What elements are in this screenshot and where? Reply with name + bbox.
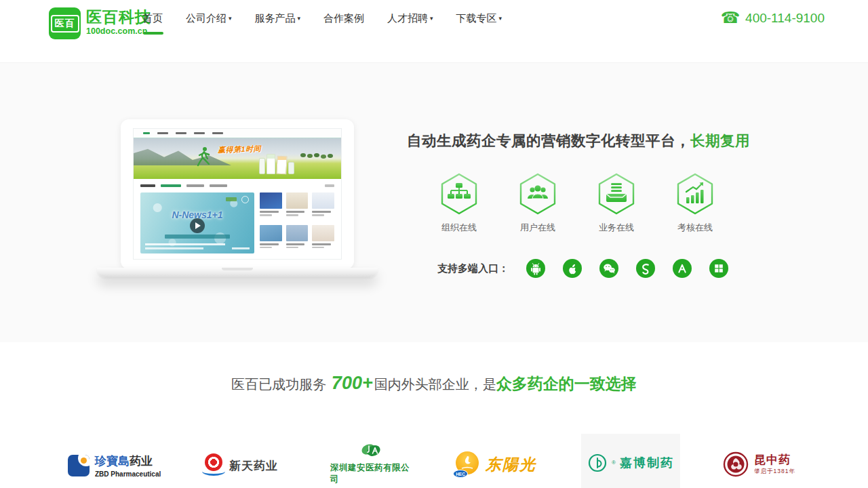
client-slogan: 肇启于1381年 — [754, 468, 795, 474]
hero-title-accent: 长期复用 — [690, 133, 750, 149]
more-link-bar — [325, 184, 334, 187]
wechat-icon[interactable] — [599, 259, 618, 278]
product-bottle — [288, 162, 294, 174]
client-logo-xintian[interactable]: 新天药业 — [203, 445, 278, 486]
feature-business-online: 业务在线 — [577, 173, 656, 234]
wechat-miniprogram-icon[interactable] — [636, 259, 655, 278]
banner-mountains — [134, 147, 231, 165]
article-card[interactable] — [312, 192, 334, 222]
article-card[interactable] — [260, 225, 282, 254]
article-card[interactable] — [312, 225, 334, 254]
headline-accent: 众多药企的一致选择 — [496, 375, 637, 392]
banner-products — [259, 154, 294, 174]
nav-item-label: 服务产品 — [255, 12, 296, 24]
multi-entry-row: 支持多端入口： — [437, 259, 728, 278]
text-bar — [145, 243, 225, 245]
chevron-down-icon: ▾ — [229, 15, 232, 22]
article-card[interactable] — [260, 192, 282, 222]
feature-label: 用户在线 — [520, 222, 555, 234]
mini-site-nav — [134, 129, 341, 138]
hero-title: 自动生成药企专属的营销数字化转型平台，长期复用 — [407, 131, 750, 150]
text-bar — [157, 132, 168, 134]
feature-list: 组织在线 用户在线 — [420, 173, 734, 234]
client-name: 深圳建安医药有限公司 — [330, 462, 412, 485]
nav-item-home[interactable]: 首页 — [142, 12, 163, 29]
jiabo-logo-icon — [587, 453, 608, 473]
text-bar — [194, 132, 205, 134]
client-logo-hec[interactable]: HEC 东陽光 — [456, 444, 536, 485]
client-logo-jiabo[interactable]: ® 嘉博制药 — [581, 434, 680, 488]
contact-phone[interactable]: ☎ 400-114-9100 — [720, 10, 825, 26]
video-card[interactable]: N-News1+1 — [140, 192, 254, 253]
article-grid — [260, 192, 334, 253]
chevron-down-icon: ▾ — [499, 15, 502, 22]
windows-icon[interactable] — [709, 259, 728, 278]
clients-section: 医百已成功服务 700+国内外头部企业，是众多药企的一致选择 珍寶島药业 ZBD… — [0, 342, 868, 488]
text-bar — [145, 247, 203, 249]
mini-section-header — [140, 182, 334, 189]
nav-item-downloads[interactable]: 下载专区▾ — [456, 12, 502, 29]
client-logo-zbd[interactable]: 珍寶島药业 ZBD Pharmaceutical — [68, 445, 161, 486]
text-bar — [140, 184, 155, 187]
brand-name: 医百科技 — [86, 9, 151, 26]
product-box — [276, 156, 287, 175]
text-bar — [165, 235, 230, 239]
apple-icon[interactable] — [563, 259, 582, 278]
nav-item-careers[interactable]: 人才招聘▾ — [387, 12, 433, 29]
phone-icon: ☎ — [720, 10, 740, 26]
xintian-logo-icon — [203, 453, 224, 478]
nav-item-cases[interactable]: 合作案例 — [323, 12, 364, 29]
appstore-icon[interactable] — [673, 259, 692, 278]
brand-logo[interactable]: 医百 医百科技 100doc.com.cn — [49, 7, 151, 39]
hec-logo-icon: HEC — [456, 451, 480, 477]
client-name: 昆中药 — [754, 454, 795, 467]
client-name: 珍寶島 — [95, 455, 130, 468]
nav-item-label: 首页 — [142, 12, 163, 24]
feature-users-online: 用户在线 — [498, 173, 577, 234]
play-button-icon[interactable] — [190, 218, 205, 233]
text-bar — [210, 184, 227, 187]
entry-icons — [526, 259, 728, 278]
hec-badge: HEC — [453, 470, 468, 478]
feature-label: 业务在线 — [599, 222, 634, 234]
mini-section-header — [140, 258, 334, 260]
mini-main-row: N-News1+1 — [140, 192, 334, 253]
text-bar — [176, 132, 186, 134]
org-structure-icon — [440, 173, 478, 215]
text-bar — [161, 184, 181, 187]
clients-headline: 医百已成功服务 700+国内外头部企业，是众多药企的一致选择 — [0, 371, 868, 397]
headline-lead: 医百已成功服务 — [231, 377, 330, 392]
client-name: 东陽光 — [486, 454, 536, 475]
banner-trees — [300, 153, 306, 157]
chevron-down-icon: ▾ — [430, 15, 433, 22]
hero-section: 赢得第1时间 — [0, 63, 868, 342]
text-bar — [232, 247, 250, 249]
top-navbar: 医百 医百科技 100doc.com.cn 首页 公司介绍▾ 服务产品▾ 合作案… — [0, 0, 868, 63]
feature-org-online: 组织在线 — [420, 173, 498, 234]
business-tray-icon — [597, 173, 635, 215]
android-icon[interactable] — [526, 259, 545, 278]
users-icon — [519, 173, 557, 215]
nav-item-products[interactable]: 服务产品▾ — [255, 12, 301, 29]
brand-text: 医百科技 100doc.com.cn — [86, 7, 151, 37]
headline-number: 700+ — [330, 373, 374, 393]
mini-site-body: N-News1+1 — [134, 179, 341, 260]
client-logo-jianan[interactable]: 深圳建安医药有限公司 — [330, 441, 412, 485]
brand-logo-mark: 医百 — [51, 15, 79, 33]
page: 医百 医百科技 100doc.com.cn 首页 公司介绍▾ 服务产品▾ 合作案… — [0, 0, 868, 488]
feature-assessment-online: 考核在线 — [656, 173, 734, 234]
nav-item-label: 下载专区 — [456, 12, 497, 24]
assessment-chart-icon — [676, 173, 714, 215]
client-name-suffix: 药业 — [130, 455, 153, 468]
client-logo-kunzhongyao[interactable]: 昆中药 肇启于1381年 — [723, 444, 795, 485]
article-card[interactable] — [286, 192, 309, 222]
multi-entry-label: 支持多端入口： — [437, 262, 509, 275]
brand-domain: 100doc.com.cn — [86, 27, 151, 37]
article-card[interactable] — [286, 225, 309, 254]
nav-item-label: 公司介绍 — [186, 12, 226, 24]
nav-item-company[interactable]: 公司介绍▾ — [186, 12, 232, 29]
live-tag — [226, 197, 237, 201]
text-bar — [186, 184, 204, 187]
runner-figure — [195, 146, 212, 167]
client-name: 嘉博制药 — [620, 455, 674, 471]
